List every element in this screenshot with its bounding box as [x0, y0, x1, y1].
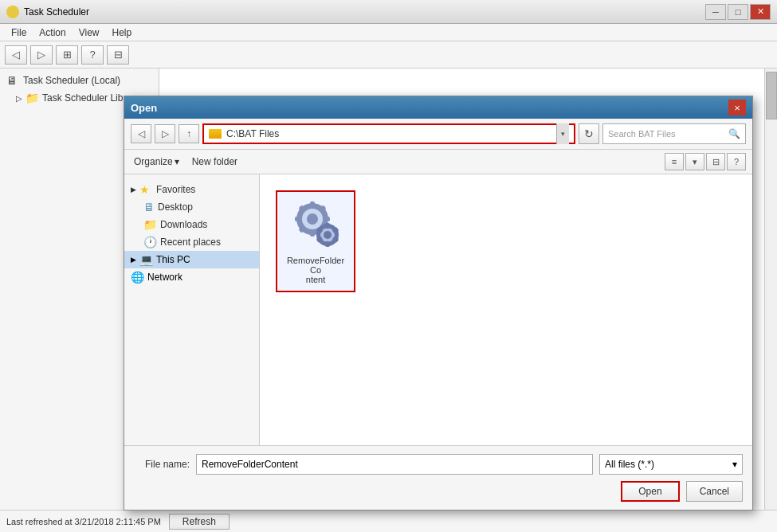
- view-dropdown-button[interactable]: ▾: [685, 153, 704, 170]
- expand-icon: ▷: [16, 94, 22, 103]
- view-details-button[interactable]: ⊟: [706, 153, 725, 170]
- last-refreshed-text: Last refreshed at 3/21/2018 2:11:45 PM: [6, 517, 161, 526]
- scroll-thumb[interactable]: [766, 72, 777, 119]
- organize-dropdown-icon: ▾: [175, 156, 179, 167]
- desktop-icon: 🖥: [143, 201, 155, 213]
- svg-rect-7: [310, 230, 315, 237]
- chevron-down-icon: ▶: [131, 186, 136, 194]
- recent-icon: 🕐: [143, 236, 157, 248]
- open-button[interactable]: Open: [621, 481, 679, 502]
- local-icon: 🖥: [6, 74, 19, 87]
- this-pc-expand-icon: ▶: [131, 256, 136, 264]
- menu-action[interactable]: Action: [33, 25, 72, 40]
- dialog-bottom: File name: All files (*.*) ▾ Open Cancel: [124, 445, 752, 510]
- nav-network[interactable]: 🌐 Network: [124, 268, 259, 286]
- filetype-dropdown[interactable]: All files (*.*) ▾: [599, 454, 743, 475]
- file-item-remove-folder-content[interactable]: RemoveFolderContent: [276, 190, 355, 292]
- new-folder-button[interactable]: New folder: [189, 155, 241, 169]
- close-button[interactable]: ✕: [750, 4, 771, 20]
- forward-nav-button[interactable]: ▷: [155, 124, 175, 143]
- filename-input[interactable]: [196, 454, 593, 475]
- title-bar: Task Scheduler ─ □ ✕: [0, 0, 777, 24]
- svg-point-2: [307, 213, 318, 225]
- dialog-toolbar: Organize ▾ New folder ≡ ▾ ⊟ ?: [124, 150, 752, 174]
- filename-row: File name: All files (*.*) ▾: [134, 454, 743, 475]
- svg-point-13: [324, 231, 332, 239]
- window-controls: ─ □ ✕: [705, 4, 771, 20]
- favorites-label: Favorites: [156, 184, 195, 195]
- address-refresh-button[interactable]: ↻: [579, 123, 599, 144]
- sidebar-item-local-label: Task Scheduler (Local): [23, 75, 120, 86]
- nav-desktop[interactable]: 🖥 Desktop: [124, 198, 259, 216]
- search-box: Search BAT Files 🔍: [602, 123, 746, 144]
- filename-label: File name:: [134, 459, 190, 470]
- search-icon: 🔍: [728, 128, 740, 139]
- star-icon: ★: [139, 183, 150, 196]
- filetype-label: All files (*.*): [605, 459, 654, 470]
- downloads-label: Downloads: [160, 219, 207, 230]
- svg-rect-14: [325, 223, 330, 229]
- view-buttons: ≡ ▾ ⊟ ?: [665, 153, 746, 170]
- action-buttons: Open Cancel: [134, 481, 743, 502]
- file-icon: [290, 198, 341, 249]
- svg-rect-5: [324, 217, 330, 221]
- svg-rect-3: [310, 201, 315, 208]
- view-button[interactable]: ⊞: [56, 45, 78, 65]
- open-dialog-title-bar: Open ×: [124, 96, 752, 119]
- address-text: C:\BAT Files: [226, 128, 556, 139]
- up-nav-button[interactable]: ↑: [179, 124, 199, 143]
- back-button[interactable]: ◁: [5, 45, 27, 65]
- help-button[interactable]: ?: [81, 45, 104, 65]
- content-pane: RemoveFolderContent: [260, 174, 752, 445]
- task-scheduler-window: Task Scheduler ─ □ ✕ File Action View He…: [0, 0, 777, 532]
- cancel-button[interactable]: Cancel: [686, 481, 743, 502]
- address-dropdown-button[interactable]: ▾: [556, 123, 569, 144]
- network-label: Network: [147, 272, 182, 283]
- view-list-button[interactable]: ≡: [665, 153, 684, 170]
- dialog-body: ▶ ★ Favorites 🖥 Desktop 📁 Downloads 🕐 Re…: [124, 174, 752, 445]
- minimize-button[interactable]: ─: [705, 4, 726, 20]
- action-button[interactable]: ⊟: [107, 45, 129, 65]
- scrollbar[interactable]: [764, 68, 777, 510]
- menu-bar: File Action View Help: [0, 24, 777, 41]
- open-dialog: Open × ◁ ▷ ↑ C:\BAT Files ▾ ↻ Search BAT…: [124, 96, 753, 510]
- open-dialog-title-label: Open: [131, 102, 157, 114]
- nav-recent[interactable]: 🕐 Recent places: [124, 233, 259, 251]
- svg-rect-17: [325, 241, 330, 247]
- open-dialog-close-button[interactable]: ×: [728, 100, 746, 115]
- svg-rect-9: [295, 217, 301, 221]
- gear-icon-large: [290, 198, 341, 249]
- network-icon: 🌐: [131, 271, 144, 284]
- main-toolbar: ◁ ▷ ⊞ ? ⊟: [0, 41, 777, 68]
- folder-small-icon: [209, 129, 222, 139]
- this-pc-label: This PC: [156, 254, 190, 265]
- file-item-label: RemoveFolderContent: [284, 256, 347, 284]
- menu-file[interactable]: File: [5, 25, 33, 40]
- menu-view[interactable]: View: [73, 25, 106, 40]
- maximize-button[interactable]: □: [728, 4, 748, 20]
- favorites-section[interactable]: ▶ ★ Favorites: [124, 181, 259, 198]
- menu-help[interactable]: Help: [106, 25, 139, 40]
- address-box[interactable]: C:\BAT Files ▾: [202, 123, 575, 144]
- app-icon: [6, 6, 19, 18]
- search-placeholder: Search BAT Files: [608, 129, 728, 139]
- organize-button[interactable]: Organize ▾: [131, 155, 182, 169]
- desktop-label: Desktop: [158, 201, 193, 213]
- nav-pane: ▶ ★ Favorites 🖥 Desktop 📁 Downloads 🕐 Re…: [124, 174, 260, 445]
- nav-this-pc[interactable]: ▶ 💻 This PC: [124, 251, 259, 268]
- status-bar: Last refreshed at 3/21/2018 2:11:45 PM R…: [0, 510, 777, 532]
- filetype-dropdown-icon: ▾: [732, 459, 737, 470]
- address-bar-row: ◁ ▷ ↑ C:\BAT Files ▾ ↻ Search BAT Files …: [124, 119, 752, 150]
- downloads-icon: 📁: [143, 218, 157, 231]
- this-pc-icon: 💻: [139, 253, 153, 266]
- refresh-button[interactable]: Refresh: [169, 514, 230, 530]
- window-title: Task Scheduler: [24, 6, 89, 18]
- recent-label: Recent places: [160, 237, 221, 248]
- sidebar-item-local[interactable]: 🖥 Task Scheduler (Local): [0, 72, 159, 89]
- back-nav-button[interactable]: ◁: [131, 124, 151, 143]
- help-dialog-button[interactable]: ?: [727, 153, 746, 170]
- library-icon: 📁: [26, 92, 38, 104]
- nav-downloads[interactable]: 📁 Downloads: [124, 216, 259, 233]
- forward-button[interactable]: ▷: [30, 45, 53, 65]
